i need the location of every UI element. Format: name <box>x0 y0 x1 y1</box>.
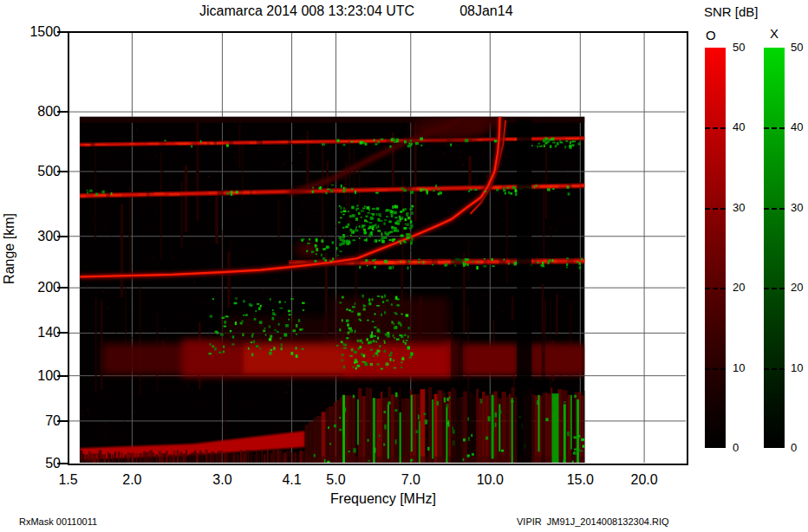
colorbar-tick-label: 40 <box>733 120 759 133</box>
x-tick-label: 2.0 <box>111 472 153 488</box>
colorbar-tick-dash <box>705 208 726 210</box>
y-tick-label: 70 <box>16 413 61 429</box>
y-tick-label: 1500 <box>16 24 61 40</box>
colorbar-tick-label: 20 <box>791 281 808 294</box>
colorbar-tick-dash <box>705 288 726 289</box>
x-tick-label: 10.0 <box>469 472 511 488</box>
x-tick-label: 4.1 <box>271 472 313 488</box>
colorbar-o <box>705 48 726 448</box>
colorbar-tick-dash <box>764 368 785 370</box>
colorbar-tick-label: 50 <box>791 41 808 54</box>
x-tick-label: 15.0 <box>559 472 601 488</box>
colorbar-tick-label: 50 <box>733 41 759 54</box>
x-axis-title: Frequency [MHz] <box>286 491 480 507</box>
colorbar-tick-dash <box>764 288 785 289</box>
colorbar-tick-label: 10 <box>733 361 759 374</box>
colorbar-tick-dash <box>705 368 726 370</box>
y-tick-mark <box>57 375 68 377</box>
y-tick-label: 100 <box>16 368 61 384</box>
colorbar-x-label: X <box>770 26 779 41</box>
colorbar-title: SNR [dB] <box>704 4 759 19</box>
colorbar-tick-dash <box>705 127 726 129</box>
x-tick-label: 5.0 <box>315 472 356 488</box>
x-tick-label: 20.0 <box>623 472 665 488</box>
y-tick-label: 50 <box>16 456 61 471</box>
colorbar-tick-label: 30 <box>791 201 808 214</box>
y-tick-mark <box>57 111 68 113</box>
colorbar-tick-label: 0 <box>733 441 759 454</box>
colorbar-tick-label: 30 <box>733 201 759 214</box>
plot-area <box>69 33 686 463</box>
x-tick-label: 7.0 <box>390 472 432 488</box>
y-tick-mark <box>57 31 68 33</box>
y-tick-mark <box>57 420 68 422</box>
x-tick-label: 1.5 <box>48 472 89 488</box>
title-main: Jicamarca 2014 008 13:23:04 UTC <box>199 3 414 18</box>
colorbar-tick-label: 40 <box>791 120 808 133</box>
plot-title: Jicamarca 2014 008 13:23:04 UTC08Jan14 <box>199 3 513 19</box>
colorbar-tick-label: 10 <box>791 361 808 374</box>
y-tick-label: 140 <box>16 325 61 341</box>
colorbar-o-label: O <box>706 28 716 42</box>
colorbar-tick-dash <box>764 208 785 210</box>
y-tick-mark <box>57 171 68 172</box>
y-tick-label: 500 <box>16 164 61 179</box>
y-tick-mark <box>57 463 68 464</box>
y-tick-mark <box>57 236 68 237</box>
ionogram-screen: Jicamarca 2014 008 13:23:04 UTC08Jan14 R… <box>0 0 808 532</box>
filename-text: VIPIR JM91J_2014008132304.RIQ <box>517 516 669 527</box>
colorbar-tick-label: 0 <box>791 441 808 454</box>
title-date: 08Jan14 <box>459 3 512 18</box>
y-tick-mark <box>57 332 68 334</box>
colorbar-tick-dash <box>764 127 785 129</box>
colorbar-x <box>764 48 785 448</box>
rxmask-text: RxMask 00110011 <box>19 516 97 527</box>
y-tick-label: 300 <box>16 229 61 244</box>
y-tick-label: 800 <box>16 104 61 120</box>
colorbar-tick-label: 20 <box>733 281 759 294</box>
x-tick-label: 3.0 <box>201 472 243 488</box>
y-tick-label: 200 <box>16 280 61 295</box>
y-tick-mark <box>57 287 68 289</box>
